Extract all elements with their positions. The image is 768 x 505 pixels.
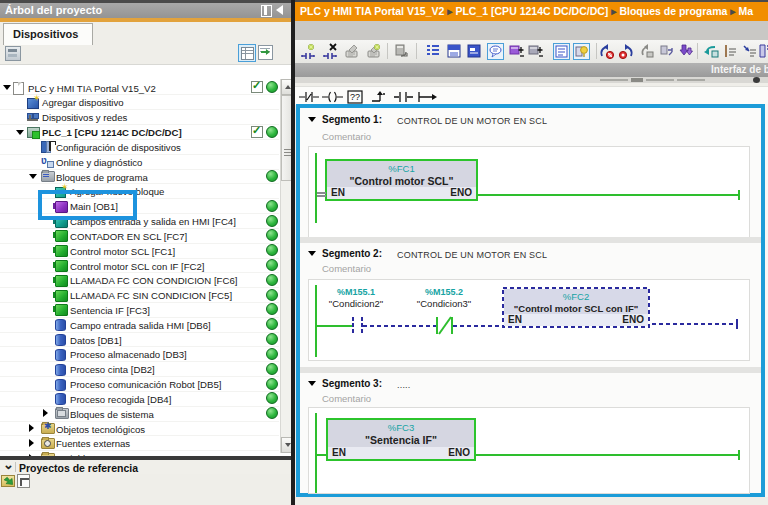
- svg-text:??: ??: [350, 92, 360, 102]
